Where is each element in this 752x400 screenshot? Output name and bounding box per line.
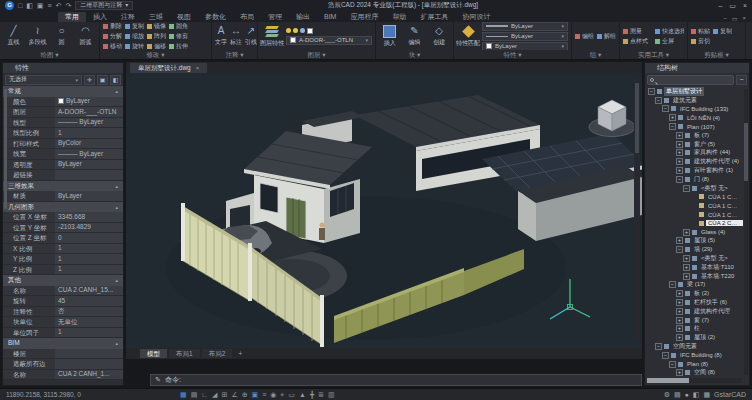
tree-expander-icon[interactable]: −: [655, 97, 662, 104]
tree-item[interactable]: +Glass (4): [646, 228, 743, 237]
status-toggle-8[interactable]: ≡: [262, 389, 266, 400]
color-combo[interactable]: ByLayer▾: [482, 42, 568, 51]
layer-on-icon[interactable]: [286, 28, 291, 33]
drawing-viewport[interactable]: [126, 73, 642, 348]
linetype-combo[interactable]: ByLayer▾: [482, 32, 568, 41]
status-toggle-10[interactable]: ⌖: [280, 389, 284, 400]
tree-item[interactable]: CỦA 1 CÁNH: [646, 193, 743, 202]
panel-label-绘图[interactable]: 绘图 ▾: [0, 50, 99, 59]
status-toggle-6[interactable]: ⊕: [242, 389, 248, 400]
property-value[interactable]: 1: [55, 244, 123, 254]
ribbon-tab-注释[interactable]: 注释: [114, 12, 142, 22]
tree-item[interactable]: −墙 (29): [646, 245, 743, 254]
layout-tab-布局2[interactable]: 布局2: [202, 349, 233, 358]
property-value[interactable]: ByColor: [55, 139, 123, 149]
tree-item[interactable]: −门 (8): [646, 175, 743, 184]
tree-expander-icon[interactable]: −: [683, 185, 690, 192]
tool-引线[interactable]: ↗引线: [245, 25, 257, 47]
tree-item[interactable]: +柱: [646, 325, 743, 334]
status-toggle-0[interactable]: ▦: [180, 389, 187, 400]
tree-item[interactable]: +板 (7): [646, 131, 743, 140]
property-value[interactable]: 3345.668: [55, 212, 123, 222]
tree-expander-icon[interactable]: +: [683, 264, 690, 271]
tree-expander-icon[interactable]: +: [683, 255, 690, 262]
properties-scrollbar[interactable]: [4, 89, 7, 209]
tool-快速选择[interactable]: 快速选择: [655, 27, 684, 36]
document-tab[interactable]: 单层别墅设计.dwg ×: [130, 63, 207, 73]
doc-minimize-icon[interactable]: –: [723, 15, 726, 22]
tree-item[interactable]: −Plan (107): [646, 122, 743, 131]
ribbon-tab-扩展工具[interactable]: 扩展工具: [413, 12, 455, 22]
ribbon-tab-帮助[interactable]: 帮助: [385, 12, 413, 22]
property-value[interactable]: 1: [55, 254, 123, 264]
section-header-三维效果[interactable]: 三维效果▴: [3, 181, 123, 192]
app-logo-icon[interactable]: G: [5, 1, 14, 10]
property-value[interactable]: ByLayer: [55, 160, 123, 170]
tool-旋转[interactable]: 旋转: [125, 42, 144, 51]
tree-expander-icon[interactable]: −: [662, 105, 669, 112]
tool-圆[interactable]: ○圆: [51, 25, 72, 47]
panel-icon[interactable]: ◧: [693, 391, 700, 399]
tree-expander-icon[interactable]: −: [676, 176, 683, 183]
tool-创建[interactable]: ◇创建: [428, 25, 450, 47]
tree-item[interactable]: CỦA 2 CÁNH: [646, 219, 743, 228]
tree-item[interactable]: +百叶窗构件 (1): [646, 166, 743, 175]
tree-expander-icon[interactable]: +: [683, 229, 690, 236]
tree-item[interactable]: +屋顶 (5): [646, 237, 743, 246]
tool-文字[interactable]: A文字: [215, 25, 227, 47]
tool-编辑[interactable]: ✎编辑: [404, 25, 426, 47]
ribbon-tab-BIM[interactable]: BIM: [317, 12, 343, 22]
property-value[interactable]: [55, 170, 123, 180]
ribbon-tab-视图[interactable]: 视图: [170, 12, 198, 22]
tool-阵列[interactable]: 阵列: [147, 32, 166, 41]
tree-item[interactable]: CỦA 1 CÁNH: [646, 210, 743, 219]
tool-圆弧[interactable]: ◠圆弧: [75, 25, 96, 47]
ribbon-tab-应用程序[interactable]: 应用程序: [343, 12, 385, 22]
tool-镜像[interactable]: 镜像: [147, 22, 166, 31]
tree-expander-icon[interactable]: +: [669, 114, 676, 121]
grid-icon[interactable]: ▦: [703, 391, 710, 399]
section-header-其他[interactable]: 其他▴: [3, 275, 123, 286]
tool-偏移[interactable]: 偏移: [147, 42, 166, 51]
tree-item[interactable]: +空间 (8): [646, 369, 743, 378]
status-toggle-1[interactable]: ▤: [191, 389, 198, 400]
tree-expander-icon[interactable]: −: [669, 361, 676, 368]
layer-freeze-icon[interactable]: [293, 28, 298, 33]
layer-properties-button[interactable]: 图层特性: [261, 25, 283, 48]
tool-多段线[interactable]: ≀多段线: [27, 25, 48, 47]
section-header-几何图形[interactable]: 几何图形▴: [3, 202, 123, 213]
status-toggle-9[interactable]: ◉: [270, 389, 276, 400]
new-file-icon[interactable]: □: [18, 1, 22, 11]
tree-expander-icon[interactable]: +: [676, 141, 683, 148]
status-toggle-7[interactable]: ▣: [252, 389, 259, 400]
tree-item[interactable]: +LÔI NỀN (4): [646, 113, 743, 122]
display-icon[interactable]: ▤: [674, 391, 681, 399]
property-value[interactable]: ByLayer: [55, 97, 123, 107]
tree-expander-icon[interactable]: +: [676, 167, 683, 174]
status-dot-icon[interactable]: ●: [685, 391, 689, 398]
tool-剪切[interactable]: 剪切: [691, 37, 710, 46]
tree-item[interactable]: +基本墙:T220: [646, 272, 743, 281]
open-file-icon[interactable]: ◧: [26, 1, 33, 11]
tree-item[interactable]: +栏杆扶手 (6): [646, 298, 743, 307]
viewcube[interactable]: [589, 100, 635, 137]
doc-close-icon[interactable]: ×: [742, 15, 746, 22]
section-header-BIM[interactable]: BIM▴: [3, 338, 123, 349]
command-line[interactable]: ✎ 命令:: [150, 374, 642, 386]
tree-expander-icon[interactable]: +: [676, 149, 683, 156]
tree-expander-icon[interactable]: −: [662, 352, 669, 359]
tree-vscrollbar[interactable]: [744, 89, 748, 375]
property-value[interactable]: 无单位: [55, 317, 123, 327]
tree-item[interactable]: +窗 (7): [646, 316, 743, 325]
tree-expander-icon[interactable]: +: [676, 325, 683, 332]
tree-search-input[interactable]: [647, 75, 734, 85]
tree-item[interactable]: −IFC Building (133): [646, 105, 743, 114]
layout-tab-布局1[interactable]: 布局1: [169, 349, 200, 358]
tree-item[interactable]: +窗户 (5): [646, 140, 743, 149]
panel-label-图层[interactable]: 图层 ▾: [258, 50, 375, 59]
tool-复制[interactable]: 复制: [125, 22, 144, 31]
tree-hscrollbar[interactable]: [647, 378, 741, 383]
tool-解组[interactable]: 解组: [597, 32, 616, 41]
close-icon[interactable]: ×: [743, 1, 747, 11]
tree-expander-icon[interactable]: −: [655, 343, 662, 350]
